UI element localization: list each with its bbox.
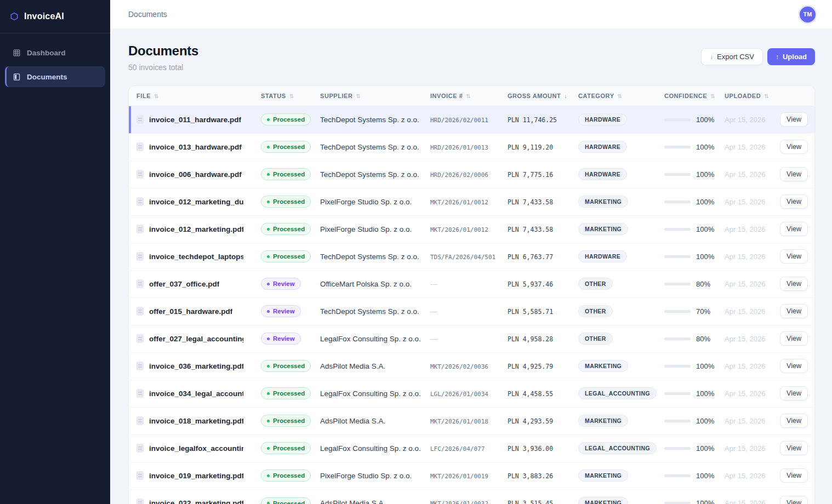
- table-row[interactable]: invoice_013_hardware.pdf Processed TechD…: [129, 133, 815, 161]
- documents-table: FILE⇅STATUS⇅SUPPLIER⇅INVOICE #⇅GROSS AMO…: [129, 86, 815, 504]
- uploaded-date: Apr 15, 2026: [725, 225, 765, 233]
- table-row[interactable]: invoice_012_marketing_duplica Processed …: [129, 188, 815, 215]
- confidence-percent: 100%: [696, 143, 714, 151]
- column-label: UPLOADED: [725, 93, 761, 99]
- category-badge: LEGAL_ACCOUNTING: [578, 387, 657, 399]
- view-button[interactable]: View: [780, 468, 808, 483]
- view-button[interactable]: View: [780, 441, 808, 455]
- table-row[interactable]: invoice_legalfox_accounting_r Processed …: [129, 434, 815, 462]
- sidebar-nav: Dashboard Documents: [0, 33, 110, 99]
- file-document-icon: [136, 142, 144, 151]
- column-header-invoice[interactable]: INVOICE #⇅: [430, 86, 508, 106]
- category-badge: MARKETING: [578, 360, 628, 372]
- status-label: Review: [273, 308, 295, 314]
- confidence-indicator: 100%: [664, 417, 725, 425]
- status-label: Processed: [273, 445, 305, 451]
- uploaded-date: Apr 15, 2026: [725, 444, 765, 453]
- status-dot-icon: [267, 255, 270, 258]
- view-button[interactable]: View: [780, 277, 808, 291]
- sort-icon: ⇅: [710, 93, 715, 99]
- export-csv-button[interactable]: ↓ Export CSV: [701, 48, 763, 65]
- supplier-name: AdsPilot Media S.A.: [320, 417, 385, 425]
- column-header-status[interactable]: STATUS⇅: [261, 86, 320, 106]
- view-button[interactable]: View: [780, 386, 808, 400]
- confidence-indicator: 100%: [664, 253, 725, 261]
- uploaded-date: Apr 15, 2026: [725, 280, 765, 288]
- file-document-icon: [136, 197, 144, 206]
- confidence-bar: [664, 337, 691, 340]
- uploaded-date: Apr 15, 2026: [725, 116, 765, 124]
- table-row[interactable]: invoice_018_marketing.pdf Processed AdsP…: [129, 407, 815, 434]
- table-row[interactable]: invoice_034_legal_accounting Processed L…: [129, 380, 815, 407]
- status-badge: Processed: [261, 415, 311, 427]
- view-button[interactable]: View: [780, 167, 808, 181]
- table-row[interactable]: invoice_019_marketing.pdf Processed Pixe…: [129, 462, 815, 489]
- gross-amount: PLN 5,585.71: [508, 308, 553, 316]
- confidence-percent: 100%: [696, 198, 714, 206]
- view-button[interactable]: View: [780, 249, 808, 264]
- invoice-number: MKT/2026/01/0032: [430, 500, 488, 504]
- column-label: FILE: [136, 93, 151, 99]
- confidence-bar: [664, 474, 691, 477]
- file-name: invoice_036_marketing.pdf: [149, 362, 243, 370]
- invoice-number: TDS/FA/2026/04/501: [430, 254, 495, 261]
- column-header-category[interactable]: CATEGORY⇅: [578, 86, 664, 106]
- upload-arrow-icon: ↑: [776, 53, 779, 61]
- status-label: Processed: [273, 144, 305, 150]
- gross-amount: PLN 11,746.25: [508, 116, 557, 124]
- table-row[interactable]: offer_037_office.pdf Review OfficeMart P…: [129, 270, 815, 297]
- confidence-indicator: 100%: [664, 143, 725, 151]
- gross-amount: PLN 4,293.59: [508, 417, 553, 425]
- sidebar-item-documents[interactable]: Documents: [5, 66, 105, 87]
- view-button[interactable]: View: [780, 414, 808, 428]
- status-badge: Processed: [261, 497, 311, 504]
- status-badge: Processed: [261, 141, 311, 153]
- column-header-uploaded[interactable]: UPLOADED⇅: [725, 86, 780, 106]
- table-row[interactable]: invoice_006_hardware.pdf Processed TechD…: [129, 161, 815, 188]
- view-button[interactable]: View: [780, 222, 808, 236]
- view-button[interactable]: View: [780, 140, 808, 154]
- uploaded-date: Apr 15, 2026: [725, 362, 765, 370]
- table-row[interactable]: invoice_011_hardware.pdf Processed TechD…: [129, 106, 815, 133]
- status-dot-icon: [267, 283, 270, 285]
- column-header-confidence[interactable]: CONFIDENCE⇅: [664, 86, 725, 106]
- table-row[interactable]: offer_015_hardware.pdf Review TechDepot …: [129, 297, 815, 325]
- file-name: invoice_legalfox_accounting_r: [149, 444, 243, 453]
- gross-amount: PLN 6,763.77: [508, 253, 553, 261]
- documents-icon: [12, 72, 21, 81]
- uploaded-date: Apr 15, 2026: [725, 390, 765, 398]
- table-body: invoice_011_hardware.pdf Processed TechD…: [129, 106, 815, 504]
- view-button[interactable]: View: [780, 496, 808, 504]
- view-button[interactable]: View: [780, 304, 808, 318]
- table-row[interactable]: offer_027_legal_accounting.pd Review Leg…: [129, 325, 815, 352]
- column-header-supplier[interactable]: SUPPLIER⇅: [320, 86, 430, 106]
- status-dot-icon: [267, 146, 270, 148]
- status-label: Processed: [273, 253, 305, 260]
- table-row[interactable]: invoice_012_marketing.pdf Processed Pixe…: [129, 215, 815, 243]
- sidebar-item-dashboard[interactable]: Dashboard: [5, 42, 105, 63]
- column-header-file[interactable]: FILE⇅: [129, 86, 261, 106]
- status-label: Processed: [273, 417, 305, 424]
- view-button[interactable]: View: [780, 359, 808, 373]
- view-button[interactable]: View: [780, 112, 808, 127]
- status-badge: Processed: [261, 250, 311, 262]
- status-dot-icon: [267, 392, 270, 395]
- confidence-percent: 100%: [696, 417, 714, 425]
- gross-amount: PLN 3,883.26: [508, 472, 553, 480]
- avatar[interactable]: TM: [800, 7, 816, 22]
- table-row[interactable]: invoice_036_marketing.pdf Processed AdsP…: [129, 352, 815, 380]
- table-row[interactable]: invoice_techdepot_laptops.pd Processed T…: [129, 243, 815, 270]
- supplier-name: LegalFox Consulting Sp. z o.o.: [320, 444, 421, 453]
- confidence-indicator: 100%: [664, 499, 725, 504]
- table-row[interactable]: invoice_032_marketing.pdf Processed AdsP…: [129, 489, 815, 504]
- view-button[interactable]: View: [780, 331, 808, 346]
- upload-button[interactable]: ↑ Upload: [767, 48, 815, 65]
- supplier-name: PixelForge Studio Sp. z o.o.: [320, 472, 412, 480]
- main-area: Documents TM Documents 50 invoices total…: [110, 0, 832, 504]
- column-header-gross[interactable]: GROSS AMOUNT↓: [508, 86, 578, 106]
- file-name: invoice_012_marketing_duplica: [149, 198, 243, 206]
- view-button[interactable]: View: [780, 194, 808, 209]
- status-label: Processed: [273, 363, 305, 369]
- status-badge: Review: [261, 333, 301, 345]
- category-badge: MARKETING: [578, 497, 628, 504]
